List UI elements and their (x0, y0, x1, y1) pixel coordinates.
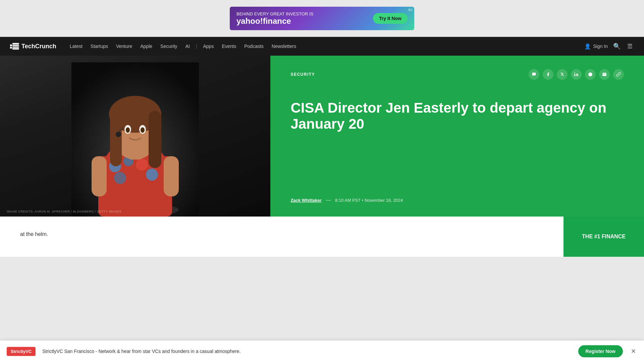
nav-startups[interactable]: Startups (87, 42, 111, 51)
svg-rect-29 (92, 156, 107, 196)
logo[interactable]: TechCrunch (10, 43, 56, 50)
svg-point-17 (146, 169, 158, 181)
svg-rect-21 (110, 113, 122, 166)
share-icons: 𝕏 (529, 69, 624, 80)
byline-separator: — (326, 197, 331, 203)
share-twitter[interactable]: 𝕏 (557, 69, 568, 80)
svg-rect-3 (12, 45, 19, 46)
nav-ai[interactable]: AI (182, 42, 193, 51)
share-email[interactable] (599, 69, 610, 80)
ad-container: BEHIND EVERY GREAT INVESTOR IS yahoo!fin… (230, 7, 414, 30)
svg-point-31 (574, 72, 575, 73)
logo-text: TechCrunch (21, 43, 56, 50)
svg-point-25 (126, 127, 130, 133)
search-icon[interactable]: 🔍 (612, 41, 622, 51)
right-ad: THE #1 FINANCE (564, 217, 644, 257)
image-credits: IMAGE CREDITS: AARON M. SPRECHER / BLOOM… (7, 210, 121, 213)
share-facebook[interactable] (543, 69, 553, 80)
share-linkedin[interactable] (571, 69, 582, 80)
svg-rect-2 (12, 43, 19, 44)
share-reddit[interactable] (585, 69, 596, 80)
svg-rect-0 (10, 44, 12, 46)
article-date: 8:10 AM PST • November 18, 2024 (335, 198, 403, 203)
nav-divider: | (195, 44, 199, 49)
share-comment[interactable] (529, 69, 539, 80)
nav-latest[interactable]: Latest (66, 42, 86, 51)
svg-point-27 (116, 132, 121, 137)
ad-text-block: BEHIND EVERY GREAT INVESTOR IS yahoo!fin… (236, 11, 313, 26)
svg-point-13 (136, 159, 148, 171)
nav-links: Latest Startups Venture Apple Security A… (66, 42, 585, 51)
svg-point-16 (131, 171, 142, 182)
svg-point-26 (141, 127, 145, 133)
svg-rect-22 (149, 111, 161, 168)
svg-rect-1 (10, 47, 12, 49)
nav-venture[interactable]: Venture (113, 42, 136, 51)
svg-rect-4 (12, 47, 19, 48)
finance-ad-text: THE #1 FINANCE (575, 227, 632, 246)
signin-label: Sign In (593, 44, 608, 49)
ad-brand: yahoo!finance (236, 16, 313, 26)
below-fold-left: at the helm. (0, 217, 564, 257)
article-category: SECURITY (290, 72, 315, 77)
nav-events[interactable]: Events (218, 42, 239, 51)
nav-podcasts[interactable]: Podcasts (241, 42, 267, 51)
hero-image: IMAGE CREDITS: AARON M. SPRECHER / BLOOM… (0, 56, 270, 217)
user-icon: 👤 (584, 43, 591, 50)
nav-apps[interactable]: Apps (200, 42, 217, 51)
ad-tagline: BEHIND EVERY GREAT INVESTOR IS (236, 11, 313, 16)
nav-apple[interactable]: Apple (137, 42, 156, 51)
svg-point-15 (114, 172, 126, 184)
menu-icon[interactable]: ☰ (626, 41, 634, 51)
signin-button[interactable]: 👤 Sign In (584, 43, 608, 50)
nav-security[interactable]: Security (157, 42, 181, 51)
logo-icon (10, 43, 19, 50)
hero-section: IMAGE CREDITS: AARON M. SPRECHER / BLOOM… (0, 56, 644, 217)
svg-rect-30 (164, 156, 179, 196)
nav-newsletters[interactable]: Newsletters (268, 42, 300, 51)
share-link[interactable] (613, 69, 624, 80)
article-byline: Zack Whittaker — 8:10 AM PST • November … (290, 197, 624, 203)
person-photo (0, 56, 270, 217)
nav-right: 👤 Sign In 🔍 ☰ (584, 41, 634, 51)
below-fold: at the helm. THE #1 FINANCE (0, 217, 644, 257)
article-snippet: at the helm. (20, 230, 543, 239)
ad-close[interactable]: Ad (408, 8, 412, 12)
navbar: TechCrunch Latest Startups Venture Apple… (0, 37, 644, 56)
svg-rect-5 (12, 48, 19, 50)
article-content: SECURITY 𝕏 (270, 56, 644, 217)
author-name[interactable]: Zack Whittaker (290, 198, 321, 203)
ad-banner: BEHIND EVERY GREAT INVESTOR IS yahoo!fin… (0, 0, 644, 37)
person-svg (71, 62, 199, 217)
ad-cta-button[interactable]: Try It Now (373, 13, 408, 24)
article-meta-top: SECURITY 𝕏 (290, 69, 624, 80)
article-title: CISA Director Jen Easterly to depart age… (290, 100, 624, 132)
